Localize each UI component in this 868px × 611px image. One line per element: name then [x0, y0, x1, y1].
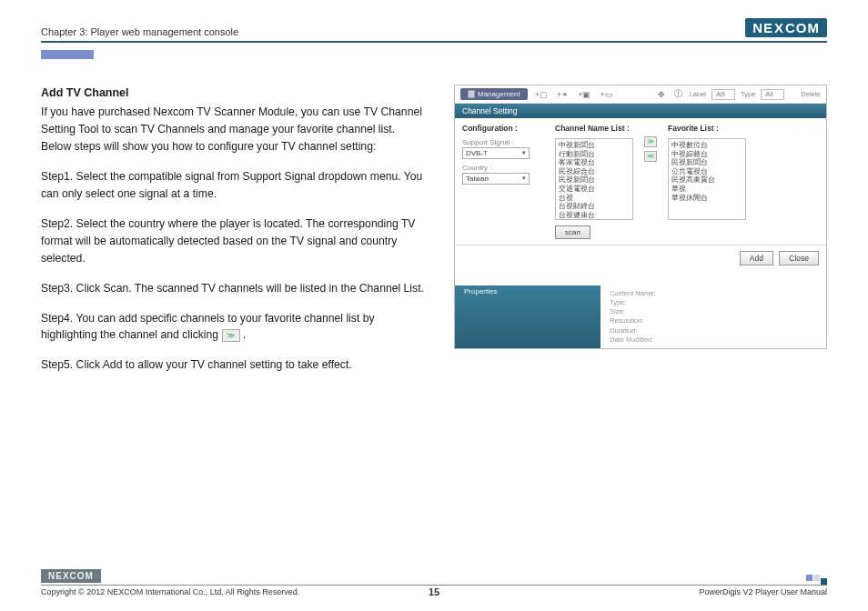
add-button[interactable]: Add: [740, 251, 773, 265]
step5: Step5. Click Add to allow your TV channe…: [41, 356, 427, 374]
copyright: Copyright © 2012 NEXCOM International Co…: [41, 587, 299, 596]
document-text: Add TV Channel If you have purchased Nex…: [41, 85, 427, 386]
country-label: Country :: [462, 164, 544, 172]
new-row-icon[interactable]: +▭: [599, 90, 615, 99]
favorite-list-heading: Favorite List :: [668, 124, 746, 133]
step4: Step4. You can add specific channels to …: [41, 310, 427, 345]
favorite-listbox[interactable]: 中視數位台中視綜藝台民視新聞台 公共電視台民視高畫質台華視 華視休閒台: [668, 138, 746, 220]
country-select[interactable]: Taiwan▾: [462, 173, 530, 185]
signal-label: Support Signal :: [462, 138, 544, 146]
step3: Step3. Click Scan. The scanned TV channe…: [41, 280, 427, 297]
footer-decoration: [806, 575, 827, 585]
channel-list-heading: Channel Name List :: [555, 124, 633, 133]
brand-logo: NEXCOM: [745, 18, 827, 37]
signal-select[interactable]: DVB-T▾: [462, 147, 530, 159]
app-screenshot: Management +▢ +⚭ +▣ +▭ ✥ ⓕ Label AB Type…: [454, 85, 827, 349]
channel-name-listbox[interactable]: 中視新聞台行動新聞台客家電視台 民視綜合台民視新聞台交通電視台 台視台視財經台台…: [555, 138, 633, 220]
management-tab[interactable]: Management: [460, 88, 528, 100]
dialog-title: Channel Setting: [455, 104, 826, 118]
link-icon[interactable]: +⚭: [555, 90, 570, 99]
scan-button[interactable]: scan: [555, 225, 590, 239]
config-heading: Configuration :: [462, 124, 544, 133]
chapter-title: Chapter 3: Player web management console: [41, 26, 238, 37]
add-right-button[interactable]: ≫: [644, 136, 657, 147]
move-icon[interactable]: ✥: [656, 90, 667, 99]
footer-logo: NEXCOM: [41, 569, 101, 583]
remove-left-button[interactable]: ≪: [644, 151, 657, 162]
section-indicator: [41, 50, 94, 59]
properties-fields: Content Name:Type:Size: Resolution:Durat…: [601, 285, 826, 348]
step2: Step2. Select the country where the play…: [41, 215, 427, 267]
new-page-icon[interactable]: +▢: [533, 90, 550, 99]
font-icon[interactable]: ⓕ: [672, 88, 684, 100]
move-right-icon: ≫: [222, 329, 240, 342]
page-number: 15: [429, 586, 439, 597]
step1: Step1. Select the compatible signal from…: [41, 168, 427, 203]
section-heading: Add TV Channel: [41, 85, 427, 102]
delete-link[interactable]: Delete: [801, 90, 821, 98]
new-window-icon[interactable]: +▣: [576, 90, 592, 99]
close-button[interactable]: Close: [779, 251, 819, 265]
label-select[interactable]: AB: [712, 89, 735, 100]
type-text: Type: [741, 90, 755, 98]
properties-tab[interactable]: Properties: [455, 285, 601, 348]
manual-name: PowerDigis V2 Player User Manual: [699, 587, 827, 596]
intro-paragraph: If you have purchased Nexcom TV Scanner …: [41, 104, 427, 155]
type-select[interactable]: All: [761, 89, 784, 100]
label-text: Label: [690, 90, 706, 98]
doc-icon: [468, 90, 475, 98]
